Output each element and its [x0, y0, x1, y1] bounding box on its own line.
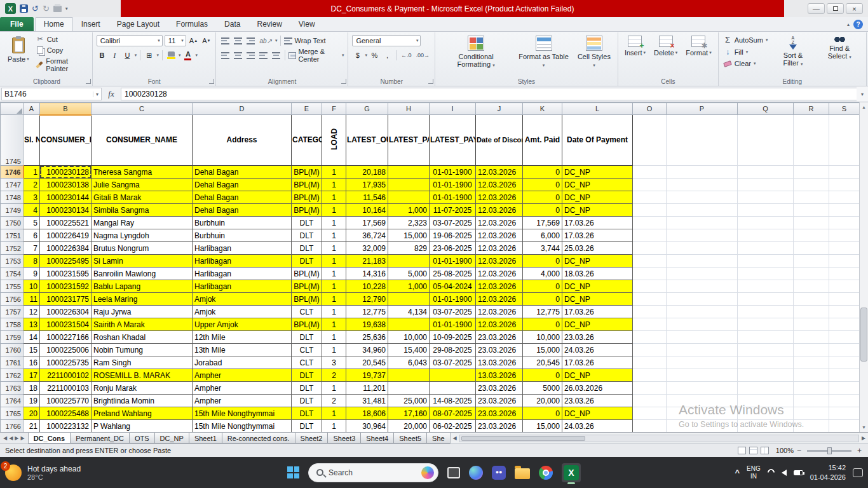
- cell-P1748[interactable]: [667, 191, 738, 204]
- cell-H1755[interactable]: 1,000: [388, 280, 430, 293]
- cell-C1762[interactable]: ROSEMILL B. MARAK: [92, 369, 193, 382]
- cell-P1759[interactable]: [667, 331, 738, 344]
- cell-R1754[interactable]: [794, 268, 829, 280]
- cell-Q1754[interactable]: [738, 268, 794, 280]
- cell-S1764[interactable]: [829, 395, 860, 407]
- cell-C1745[interactable]: CONSUMER_NAME: [92, 115, 193, 166]
- cell-H1762[interactable]: [388, 369, 430, 382]
- cell-G1746[interactable]: 20,188: [346, 166, 388, 179]
- cell-H1745[interactable]: LATEST_PAYMENT_AMOUNT: [388, 115, 430, 166]
- cell-G1760[interactable]: 34,960: [346, 344, 388, 356]
- row-header-1761[interactable]: 1761: [1, 356, 24, 369]
- cell-I1750[interactable]: 03-07-2025: [430, 217, 476, 229]
- cell-O1745[interactable]: [633, 115, 667, 166]
- cell-D1753[interactable]: Harlibagan: [193, 255, 292, 268]
- cell-K1760[interactable]: 15,000: [523, 344, 562, 356]
- cell-P1758[interactable]: [667, 318, 738, 331]
- cell-Q1763[interactable]: [738, 382, 794, 395]
- cell-A1765[interactable]: 20: [24, 407, 40, 420]
- sheet-tab-sheet4[interactable]: Sheet4: [360, 433, 394, 444]
- cell-L1756[interactable]: DC_NP: [562, 293, 633, 306]
- cell-R1763[interactable]: [794, 382, 829, 395]
- borders-button[interactable]: ⊞: [144, 50, 154, 61]
- cell-B1757[interactable]: 1000226304: [40, 306, 92, 318]
- cell-F1748[interactable]: 1: [322, 191, 346, 204]
- cell-Q1753[interactable]: [738, 255, 794, 268]
- column-header-K[interactable]: K: [523, 103, 562, 115]
- cell-E1754[interactable]: BPL(M): [292, 268, 322, 280]
- cell-P1747[interactable]: [667, 179, 738, 191]
- cell-H1756[interactable]: [388, 293, 430, 306]
- cell-A1766[interactable]: 21: [24, 420, 40, 433]
- format-as-table-button[interactable]: Format as Table ▾: [516, 34, 571, 76]
- cell-K1755[interactable]: 0: [523, 280, 562, 293]
- row-header-1757[interactable]: 1757: [1, 306, 24, 318]
- restore-button[interactable]: [827, 3, 844, 14]
- cell-S1748[interactable]: [829, 191, 860, 204]
- column-header-Q[interactable]: Q: [738, 103, 794, 115]
- help-icon[interactable]: ?: [853, 20, 863, 29]
- cell-E1757[interactable]: CLT: [292, 306, 322, 318]
- cell-B1752[interactable]: 1000226384: [40, 242, 92, 255]
- cell-P1754[interactable]: [667, 268, 738, 280]
- task-view-icon[interactable]: [447, 467, 460, 478]
- cell-A1752[interactable]: 7: [24, 242, 40, 255]
- column-header-P[interactable]: P: [667, 103, 738, 115]
- paste-button[interactable]: Paste▾: [5, 34, 32, 76]
- cell-L1758[interactable]: DC_NP: [562, 318, 633, 331]
- cell-I1749[interactable]: 11-07-2025: [430, 204, 476, 217]
- cell-R1748[interactable]: [794, 191, 829, 204]
- cell-J1749[interactable]: 12.03.2026: [476, 204, 523, 217]
- zoom-slider-thumb[interactable]: [827, 447, 832, 454]
- cell-D1749[interactable]: Dehal Bagan: [193, 204, 292, 217]
- cell-B1766[interactable]: 1000223132: [40, 420, 92, 433]
- cell-S1752[interactable]: [829, 242, 860, 255]
- cell-L1755[interactable]: DC_NP: [562, 280, 633, 293]
- cell-I1754[interactable]: 25-08-2025: [430, 268, 476, 280]
- cell-P1750[interactable]: [667, 217, 738, 229]
- cell-L1753[interactable]: DC_NP: [562, 255, 633, 268]
- cell-A1750[interactable]: 5: [24, 217, 40, 229]
- cut-button[interactable]: ✂Cut: [35, 34, 88, 44]
- wrap-text-button[interactable]: Wrap Text: [284, 37, 325, 44]
- cell-J1753[interactable]: 12.03.2026: [476, 255, 523, 268]
- cell-E1766[interactable]: DLT: [292, 420, 322, 433]
- language-indicator[interactable]: ENG IN: [747, 465, 761, 480]
- cell-R1747[interactable]: [794, 179, 829, 191]
- cell-A1746[interactable]: 1: [24, 166, 40, 179]
- cell-I1763[interactable]: [430, 382, 476, 395]
- page-break-view-icon[interactable]: [761, 447, 769, 454]
- row-header-1760[interactable]: 1760: [1, 344, 24, 356]
- cell-S1761[interactable]: [829, 356, 860, 369]
- cell-A1763[interactable]: 18: [24, 382, 40, 395]
- cell-Q1747[interactable]: [738, 179, 794, 191]
- cell-O1760[interactable]: [633, 344, 667, 356]
- cell-A1748[interactable]: 3: [24, 191, 40, 204]
- cell-H1759[interactable]: 10,000: [388, 331, 430, 344]
- excel-taskbar-active[interactable]: X: [562, 463, 581, 482]
- italic-button[interactable]: I: [109, 50, 120, 61]
- cell-O1753[interactable]: [633, 255, 667, 268]
- cell-J1747[interactable]: 12.03.2026: [476, 179, 523, 191]
- print-icon[interactable]: [53, 6, 62, 12]
- row-header-1751[interactable]: 1751: [1, 229, 24, 242]
- percent-style-button[interactable]: %: [369, 50, 380, 61]
- cell-E1748[interactable]: BPL(M): [292, 191, 322, 204]
- taskbar-clock[interactable]: 15:42 01-04-2026: [810, 463, 846, 482]
- row-header-1747[interactable]: 1747: [1, 179, 24, 191]
- copy-button[interactable]: Copy: [35, 46, 88, 55]
- cell-Q1745[interactable]: [738, 115, 794, 166]
- cell-R1757[interactable]: [794, 306, 829, 318]
- cell-C1760[interactable]: Nobin Tumung: [92, 344, 193, 356]
- autosum-button[interactable]: ΣAutoSum▾: [722, 34, 770, 45]
- cell-E1752[interactable]: DLT: [292, 242, 322, 255]
- cell-B1765[interactable]: 1000225468: [40, 407, 92, 420]
- close-button[interactable]: ×: [846, 3, 863, 14]
- cell-R1759[interactable]: [794, 331, 829, 344]
- tab-review[interactable]: Review: [248, 18, 290, 31]
- cell-B1750[interactable]: 1000225521: [40, 217, 92, 229]
- cell-Q1750[interactable]: [738, 217, 794, 229]
- cell-B1762[interactable]: 2211000102: [40, 369, 92, 382]
- cell-K1750[interactable]: 17,569: [523, 217, 562, 229]
- cell-G1747[interactable]: 17,935: [346, 179, 388, 191]
